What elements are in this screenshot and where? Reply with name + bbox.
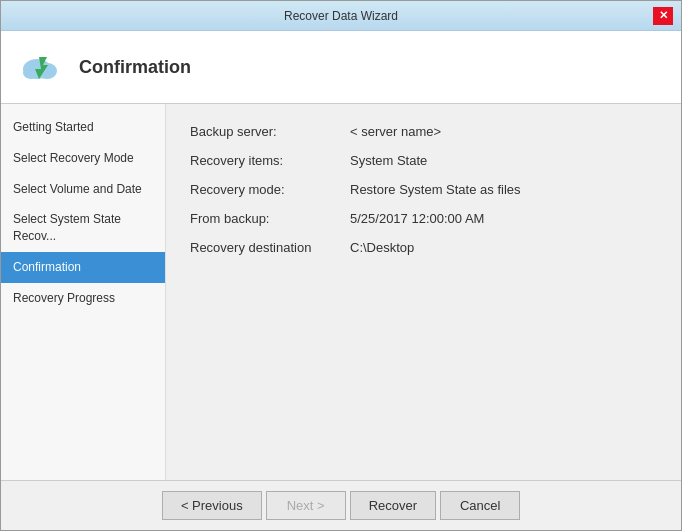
label-recovery-mode: Recovery mode: bbox=[190, 182, 350, 197]
window-title: Recover Data Wizard bbox=[29, 9, 653, 23]
label-backup-server: Backup server: bbox=[190, 124, 350, 139]
value-recovery-mode: Restore System State as files bbox=[350, 182, 521, 197]
recover-button[interactable]: Recover bbox=[350, 491, 436, 520]
detail-row-backup-server: Backup server: < server name> bbox=[190, 124, 657, 139]
detail-row-recovery-destination: Recovery destination C:\Desktop bbox=[190, 240, 657, 255]
sidebar-item-confirmation[interactable]: Confirmation bbox=[1, 252, 165, 283]
close-button[interactable]: ✕ bbox=[653, 7, 673, 25]
wizard-window: Recover Data Wizard ✕ Confirmation Getti… bbox=[0, 0, 682, 531]
label-from-backup: From backup: bbox=[190, 211, 350, 226]
title-bar: Recover Data Wizard ✕ bbox=[1, 1, 681, 31]
sidebar-item-select-system-state[interactable]: Select System State Recov... bbox=[1, 204, 165, 252]
svg-point-1 bbox=[23, 67, 39, 79]
wizard-header: Confirmation bbox=[1, 31, 681, 104]
wizard-step-title: Confirmation bbox=[79, 57, 191, 78]
next-button[interactable]: Next > bbox=[266, 491, 346, 520]
sidebar-item-select-recovery-mode[interactable]: Select Recovery Mode bbox=[1, 143, 165, 174]
wizard-icon bbox=[17, 43, 65, 91]
cancel-button[interactable]: Cancel bbox=[440, 491, 520, 520]
sidebar: Getting Started Select Recovery Mode Sel… bbox=[1, 104, 166, 480]
detail-row-from-backup: From backup: 5/25/2017 12:00:00 AM bbox=[190, 211, 657, 226]
sidebar-item-getting-started[interactable]: Getting Started bbox=[1, 112, 165, 143]
detail-row-recovery-mode: Recovery mode: Restore System State as f… bbox=[190, 182, 657, 197]
content-area: Getting Started Select Recovery Mode Sel… bbox=[1, 104, 681, 480]
value-recovery-items: System State bbox=[350, 153, 427, 168]
wizard-footer: < Previous Next > Recover Cancel bbox=[1, 480, 681, 530]
main-content: Backup server: < server name> Recovery i… bbox=[166, 104, 681, 480]
previous-button[interactable]: < Previous bbox=[162, 491, 262, 520]
value-recovery-destination: C:\Desktop bbox=[350, 240, 414, 255]
label-recovery-items: Recovery items: bbox=[190, 153, 350, 168]
details-table: Backup server: < server name> Recovery i… bbox=[190, 124, 657, 255]
value-backup-server: < server name> bbox=[350, 124, 441, 139]
label-recovery-destination: Recovery destination bbox=[190, 240, 350, 255]
value-from-backup: 5/25/2017 12:00:00 AM bbox=[350, 211, 484, 226]
detail-row-recovery-items: Recovery items: System State bbox=[190, 153, 657, 168]
sidebar-item-select-volume-and-date[interactable]: Select Volume and Date bbox=[1, 174, 165, 205]
sidebar-item-recovery-progress[interactable]: Recovery Progress bbox=[1, 283, 165, 314]
